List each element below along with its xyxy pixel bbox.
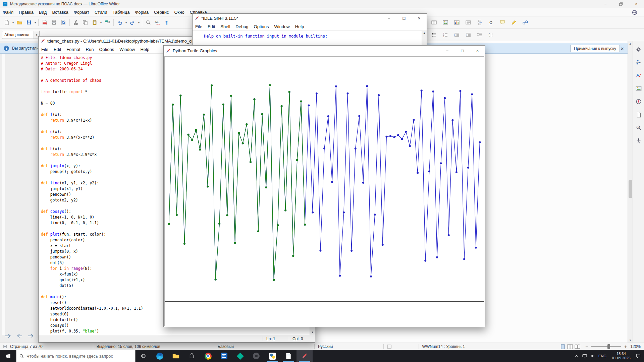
start-button[interactable] xyxy=(0,350,16,362)
shell-menu-options[interactable]: Options xyxy=(251,24,272,29)
file-explorer-icon[interactable] xyxy=(168,350,184,362)
edge-icon[interactable] xyxy=(152,350,168,362)
undo-dropdown[interactable]: ▾ xyxy=(124,21,128,24)
print-icon[interactable] xyxy=(49,18,59,27)
nav-jump-icon[interactable] xyxy=(4,333,12,339)
editor-menu-file[interactable]: File xyxy=(39,47,51,52)
store-icon[interactable] xyxy=(184,350,200,362)
writer-restore-button[interactable] xyxy=(613,0,629,8)
status-page-style[interactable]: Базовый xyxy=(218,344,234,349)
properties-icon[interactable] xyxy=(635,58,643,66)
editor-menu-window[interactable]: Window xyxy=(117,47,138,52)
navigator-icon[interactable] xyxy=(635,98,643,106)
spelling-icon[interactable]: АБ xyxy=(153,18,162,27)
editor-menu-edit[interactable]: Edit xyxy=(51,47,64,52)
menu-table[interactable]: Таблица xyxy=(110,10,132,15)
turtle-maximize-button[interactable]: □ xyxy=(455,46,470,56)
shell-menu-help[interactable]: Help xyxy=(292,24,307,29)
writer-taskbar-icon[interactable] xyxy=(280,350,297,362)
shell-close-button[interactable]: × xyxy=(412,14,427,22)
increase-indent-icon[interactable] xyxy=(452,31,462,39)
zoom-in-icon[interactable]: + xyxy=(624,344,627,349)
copy-icon[interactable] xyxy=(80,18,90,27)
chrome-icon[interactable] xyxy=(200,350,216,362)
shell-menu-window[interactable]: Window xyxy=(271,24,292,29)
python-turtle-taskbar-icon[interactable] xyxy=(297,350,313,362)
export-pdf-icon[interactable] xyxy=(40,18,49,27)
menu-file[interactable]: Файл xyxy=(0,10,16,15)
defender-app-icon[interactable] xyxy=(232,350,248,362)
new-document-dropdown[interactable]: ▾ xyxy=(11,21,15,24)
menu-form[interactable]: Форма xyxy=(132,10,151,15)
editor-menu-format[interactable]: Format xyxy=(64,47,83,52)
formatting-marks-icon[interactable]: ¶ xyxy=(162,18,172,27)
clone-formatting-icon[interactable] xyxy=(103,18,112,27)
selection-mode-icon[interactable] xyxy=(387,345,392,349)
zoom-slider[interactable] xyxy=(591,346,621,347)
menu-tools[interactable]: Сервис xyxy=(151,10,172,15)
search-input[interactable] xyxy=(26,354,127,359)
menu-styles[interactable]: Стили xyxy=(92,10,110,15)
status-selection[interactable]: Выделено: 15 слов, 106 символов xyxy=(97,344,160,349)
action-center-icon[interactable] xyxy=(634,353,642,359)
undo-icon[interactable] xyxy=(115,18,124,27)
writer-minimize-button[interactable]: − xyxy=(598,0,613,8)
settings-app-icon[interactable] xyxy=(248,350,264,362)
editor-menu-options[interactable]: Options xyxy=(96,47,117,52)
insert-image-icon[interactable] xyxy=(441,18,450,27)
shell-menu-debug[interactable]: Debug xyxy=(233,24,251,29)
editor-scroll-down-icon[interactable]: ▼ xyxy=(310,330,315,335)
styles-icon[interactable]: A xyxy=(635,71,643,79)
status-language[interactable]: Русский xyxy=(318,344,333,349)
mail-app-icon[interactable] xyxy=(216,350,232,362)
menu-view[interactable]: Вид xyxy=(36,10,50,15)
decrease-indent-icon[interactable] xyxy=(464,31,473,39)
page-icon[interactable] xyxy=(635,111,643,119)
redo-icon[interactable] xyxy=(128,18,137,27)
nav-previous-icon[interactable] xyxy=(15,333,23,339)
writer-scrollbar-thumb[interactable] xyxy=(629,180,632,198)
language-indicator[interactable]: ENG xyxy=(597,354,608,358)
paste-icon[interactable] xyxy=(90,18,99,27)
turtle-minimize-button[interactable]: − xyxy=(440,46,455,56)
numbered-list-icon[interactable]: 123 xyxy=(441,31,450,39)
page-break-icon[interactable] xyxy=(475,18,484,27)
shell-menu-shell[interactable]: Shell xyxy=(218,24,233,29)
scroll-down-icon[interactable]: ▼ xyxy=(628,338,633,343)
release-notes-button[interactable]: Примечания к выпуску xyxy=(570,45,620,52)
nav-next-icon[interactable] xyxy=(27,333,35,339)
status-zoom-level[interactable]: 120% xyxy=(630,344,641,349)
shell-scroll-up-icon[interactable]: ▲ xyxy=(422,32,427,35)
accessibility-check-icon[interactable] xyxy=(635,137,643,145)
task-view-button[interactable] xyxy=(136,350,152,362)
print-preview-icon[interactable] xyxy=(59,18,68,27)
insert-symbol-icon[interactable]: Ω xyxy=(486,18,496,27)
cut-icon[interactable] xyxy=(71,18,80,27)
style-inspector-icon[interactable]: A xyxy=(635,124,643,132)
zoom-out-icon[interactable]: − xyxy=(585,344,588,349)
tray-chevron-icon[interactable] xyxy=(573,354,581,358)
shell-menu-edit[interactable]: Edit xyxy=(205,24,218,29)
shell-maximize-button[interactable]: □ xyxy=(396,14,412,22)
status-list-level[interactable]: WWNum14 : Уровень 1 xyxy=(422,344,465,349)
writer-vertical-scrollbar[interactable]: ▲ ▼ xyxy=(628,41,633,343)
view-single-page-icon[interactable] xyxy=(560,344,566,349)
shell-titlebar[interactable]: *IDLE Shell 3.11.5* − □ × xyxy=(193,14,427,22)
sort-icon[interactable]: АЯ xyxy=(486,31,496,39)
menu-window[interactable]: Окно xyxy=(171,10,187,15)
menu-edit[interactable]: Правка xyxy=(16,10,36,15)
tray-clock[interactable]: 15:34 01.09.2025 xyxy=(611,352,632,360)
network-icon[interactable] xyxy=(581,353,589,359)
gallery-icon[interactable] xyxy=(635,84,643,93)
turtle-close-button[interactable]: × xyxy=(470,46,485,56)
find-replace-icon[interactable] xyxy=(144,18,153,27)
menu-format[interactable]: Формат xyxy=(71,10,92,15)
volume-icon[interactable] xyxy=(589,353,597,359)
insert-chart-icon[interactable] xyxy=(452,18,462,27)
zoom-slider-thumb[interactable] xyxy=(607,344,610,349)
infobar-close-icon[interactable]: ✕ xyxy=(619,45,626,52)
editor-menu-run[interactable]: Run xyxy=(83,47,97,52)
shell-menu-file[interactable]: File xyxy=(193,24,205,29)
shell-minimize-button[interactable]: − xyxy=(381,14,396,22)
paragraph-style-combo[interactable]: Абзац списка ▾ xyxy=(2,31,40,39)
